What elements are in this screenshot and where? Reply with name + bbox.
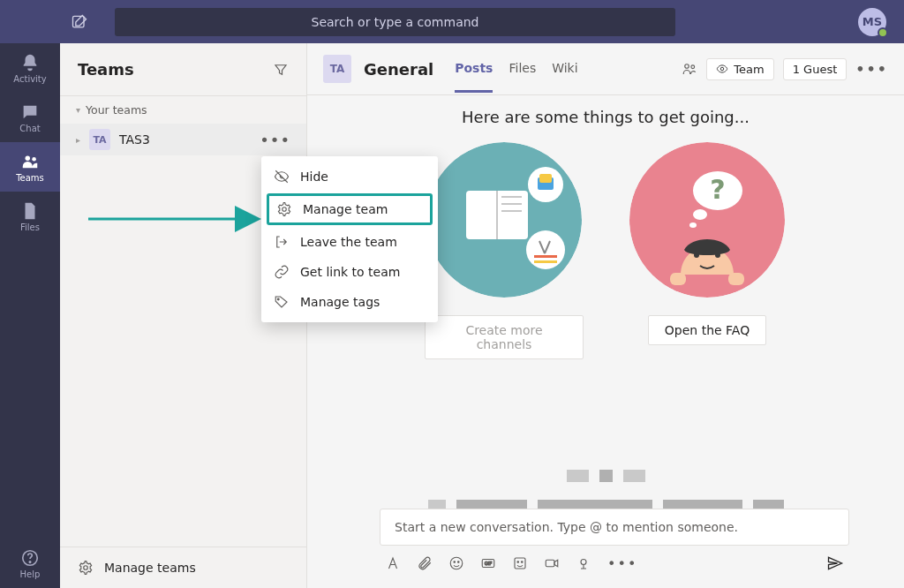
card-create-channels: Create more channels bbox=[425, 142, 584, 359]
help-icon bbox=[20, 548, 40, 568]
section-label-text: Your teams bbox=[86, 103, 147, 117]
channel-header: TA General Posts Files Wiki Team 1 Guest… bbox=[307, 43, 904, 95]
rail-item-teams[interactable]: Teams bbox=[0, 142, 60, 192]
send-icon[interactable] bbox=[826, 554, 844, 572]
card-open-faq: ? Open the FAQ bbox=[628, 142, 787, 359]
tab-posts[interactable]: Posts bbox=[455, 45, 493, 93]
svg-rect-32 bbox=[728, 273, 744, 285]
svg-point-30 bbox=[715, 253, 720, 258]
channel-tabs: Posts Files Wiki bbox=[455, 45, 577, 93]
compose-icon[interactable] bbox=[71, 13, 88, 31]
visibility-pill[interactable]: Team bbox=[706, 58, 773, 80]
svg-point-42 bbox=[581, 560, 586, 565]
teams-icon bbox=[20, 152, 40, 171]
sticker-icon[interactable] bbox=[512, 555, 528, 571]
open-faq-button[interactable]: Open the FAQ bbox=[648, 315, 766, 345]
rail-label: Help bbox=[20, 569, 41, 579]
intro-headline: Here are some things to get going... bbox=[307, 108, 904, 126]
svg-point-11 bbox=[721, 67, 725, 71]
ctx-manage-team[interactable]: Manage team bbox=[267, 193, 433, 225]
rail-item-help[interactable]: Help bbox=[0, 539, 60, 588]
more-icon[interactable]: ••• bbox=[607, 555, 637, 572]
gif-icon[interactable]: GIF bbox=[480, 555, 496, 571]
ctx-label: Manage team bbox=[303, 202, 388, 216]
rail-label: Activity bbox=[13, 74, 46, 84]
meet-icon[interactable] bbox=[544, 555, 560, 571]
svg-rect-22 bbox=[534, 255, 557, 258]
ctx-manage-tags[interactable]: Manage tags bbox=[261, 287, 438, 317]
svg-point-7 bbox=[282, 207, 287, 212]
svg-rect-31 bbox=[670, 273, 686, 285]
svg-point-39 bbox=[517, 562, 519, 563]
ctx-get-link[interactable]: Get link to team bbox=[261, 257, 438, 287]
emoji-icon[interactable] bbox=[448, 555, 464, 571]
tab-files[interactable]: Files bbox=[508, 45, 536, 93]
svg-text:?: ? bbox=[710, 174, 725, 205]
svg-point-1 bbox=[26, 155, 31, 161]
composer-toolbar: GIF ••• bbox=[380, 546, 849, 572]
composer-input[interactable]: Start a new conversation. Type @ to ment… bbox=[380, 509, 849, 546]
svg-rect-20 bbox=[539, 174, 552, 183]
ctx-label: Hide bbox=[300, 170, 328, 184]
hide-icon bbox=[274, 169, 290, 185]
presence-indicator bbox=[878, 27, 888, 38]
svg-point-5 bbox=[84, 566, 88, 570]
svg-text:GIF: GIF bbox=[485, 561, 493, 566]
format-icon[interactable] bbox=[385, 555, 401, 571]
rail-item-chat[interactable]: Chat bbox=[0, 93, 60, 142]
tab-wiki[interactable]: Wiki bbox=[552, 45, 577, 93]
rail-item-activity[interactable]: Activity bbox=[0, 43, 60, 93]
team-row[interactable]: ▸ TA TAS3 ••• bbox=[60, 124, 306, 155]
files-icon bbox=[20, 201, 40, 221]
tag-icon bbox=[274, 294, 290, 310]
team-name: TAS3 bbox=[119, 132, 150, 147]
ctx-label: Get link to team bbox=[300, 265, 400, 279]
svg-point-34 bbox=[454, 562, 456, 563]
more-icon[interactable]: ••• bbox=[855, 61, 888, 78]
svg-point-27 bbox=[689, 222, 697, 228]
team-more-icon[interactable]: ••• bbox=[260, 131, 290, 149]
avatar[interactable]: MS bbox=[858, 8, 886, 36]
faq-illustration: ? bbox=[629, 142, 785, 298]
gear-icon bbox=[78, 560, 94, 576]
filter-icon[interactable] bbox=[273, 62, 289, 78]
chat-icon bbox=[20, 102, 40, 122]
svg-point-10 bbox=[691, 65, 695, 69]
manage-teams-button[interactable]: Manage teams bbox=[60, 547, 306, 588]
svg-point-33 bbox=[450, 557, 463, 569]
rail-label: Chat bbox=[19, 124, 40, 133]
channels-illustration bbox=[426, 142, 582, 298]
gear-icon bbox=[276, 201, 292, 217]
rail-item-files[interactable]: Files bbox=[0, 192, 60, 241]
team-avatar: TA bbox=[89, 129, 110, 150]
composer: Start a new conversation. Type @ to ment… bbox=[380, 509, 849, 572]
create-channels-button[interactable]: Create more channels bbox=[425, 315, 584, 359]
svg-point-4 bbox=[29, 561, 30, 562]
caret-down-icon: ▾ bbox=[76, 105, 80, 115]
svg-point-40 bbox=[522, 562, 524, 563]
rail-label: Teams bbox=[16, 173, 44, 183]
ctx-label: Manage tags bbox=[300, 295, 380, 309]
bell-icon bbox=[20, 53, 40, 72]
manage-teams-label: Manage teams bbox=[104, 561, 196, 575]
teams-title: Teams bbox=[78, 60, 134, 79]
app-rail: Activity Chat Teams Files Help bbox=[0, 43, 60, 588]
stream-icon[interactable] bbox=[576, 555, 591, 571]
search-input[interactable] bbox=[115, 8, 675, 36]
guest-pill[interactable]: 1 Guest bbox=[783, 58, 848, 80]
your-teams-section[interactable]: ▾ Your teams bbox=[60, 96, 306, 124]
svg-point-26 bbox=[693, 209, 707, 220]
channel-avatar: TA bbox=[323, 55, 351, 83]
top-bar: MS bbox=[0, 0, 904, 43]
channel-title: General bbox=[364, 60, 433, 79]
ctx-hide[interactable]: Hide bbox=[261, 162, 438, 192]
leave-icon bbox=[274, 234, 290, 250]
svg-rect-23 bbox=[534, 260, 557, 263]
attach-icon[interactable] bbox=[417, 555, 433, 571]
svg-point-29 bbox=[694, 253, 699, 258]
org-icon[interactable] bbox=[682, 61, 697, 77]
teams-header: Teams bbox=[60, 43, 306, 96]
ctx-leave-team[interactable]: Leave the team bbox=[261, 227, 438, 257]
svg-rect-41 bbox=[546, 560, 554, 567]
svg-point-2 bbox=[32, 156, 36, 161]
